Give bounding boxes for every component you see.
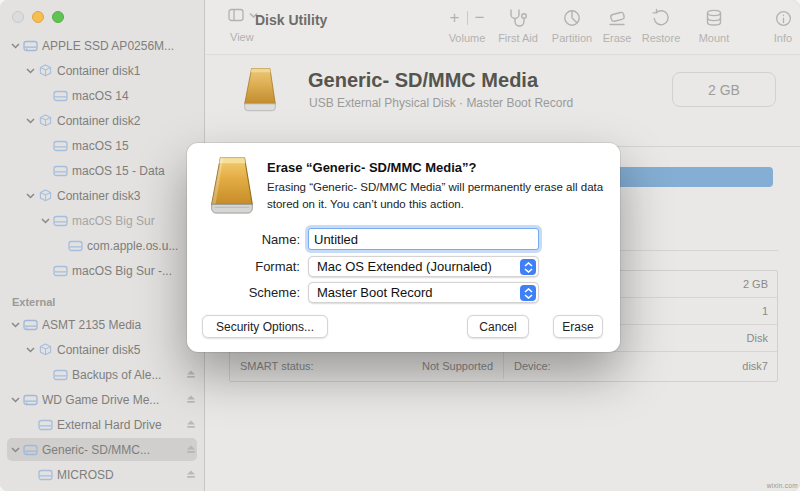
info-label: Device: bbox=[504, 352, 614, 379]
toolbar-button-info[interactable]: Info bbox=[748, 6, 800, 44]
security-options-button[interactable]: Security Options... bbox=[202, 315, 328, 338]
sidebar-item-label: Backups of Ale... bbox=[72, 368, 182, 382]
volume-icon bbox=[52, 90, 69, 102]
sidebar-item-label: MICROSD bbox=[57, 468, 182, 482]
volume-icon bbox=[37, 469, 54, 481]
sidebar-item[interactable]: Backups of Ale... bbox=[0, 362, 204, 387]
chevron-down-icon[interactable] bbox=[8, 397, 22, 403]
chevron-down-icon[interactable] bbox=[8, 322, 22, 328]
sidebar-item[interactable]: APPLE SSD AP0256M... bbox=[0, 33, 204, 58]
chevron-down-icon[interactable] bbox=[23, 347, 37, 353]
erase-dialog: Erase “Generic- SD/MMC Media”? Erasing “… bbox=[187, 143, 620, 352]
chevron-down-icon[interactable] bbox=[23, 193, 37, 199]
erase-button[interactable]: Erase bbox=[553, 315, 603, 338]
info-label: SMART status: bbox=[230, 352, 340, 379]
info-value: disk7 bbox=[614, 352, 777, 379]
view-button[interactable] bbox=[228, 8, 258, 22]
container-icon bbox=[37, 64, 54, 77]
erase-icon bbox=[606, 6, 628, 30]
sidebar-item[interactable]: macOS Big Sur -... bbox=[0, 258, 204, 283]
disk-icon bbox=[22, 444, 39, 456]
sidebar-item-label: com.apple.os.u... bbox=[87, 239, 196, 253]
chevron-down-icon[interactable] bbox=[8, 447, 22, 453]
info-value: Not Supported bbox=[340, 352, 503, 379]
disk-icon bbox=[22, 40, 39, 52]
view-label: View bbox=[230, 31, 254, 43]
add-volume-icon[interactable]: + bbox=[450, 8, 460, 28]
scheme-select[interactable]: Master Boot Record bbox=[308, 282, 539, 303]
device-header: Generic- SD/MMC Media USB External Physi… bbox=[206, 55, 800, 147]
name-input[interactable] bbox=[308, 228, 539, 250]
eject-icon[interactable] bbox=[186, 393, 196, 407]
first-aid-icon bbox=[507, 6, 529, 30]
info-row: SMART status:Not SupportedDevice:disk7 bbox=[230, 352, 777, 379]
toolbar-button-label: Mount bbox=[699, 32, 730, 44]
device-tree: APPLE SSD AP0256M...Container disk1macOS… bbox=[0, 33, 204, 487]
sidebar-item[interactable]: macOS 15 - Data bbox=[0, 158, 204, 183]
disk-icon bbox=[22, 319, 39, 331]
sidebar-item-label: ASMT 2135 Media bbox=[42, 318, 182, 332]
scheme-selected-value: Master Boot Record bbox=[317, 285, 433, 300]
zoom-window-button[interactable] bbox=[52, 11, 64, 23]
volume-icon bbox=[67, 240, 84, 252]
chevron-down-icon[interactable] bbox=[38, 218, 52, 224]
traffic-lights bbox=[12, 11, 64, 23]
window-title: Disk Utility bbox=[255, 12, 327, 28]
device-title: Generic- SD/MMC Media bbox=[308, 69, 538, 92]
dialog-title: Erase “Generic- SD/MMC Media”? bbox=[267, 160, 477, 175]
sidebar-toggle-icon bbox=[228, 8, 245, 22]
popup-stepper-icon bbox=[520, 259, 536, 275]
info-value: 1 bbox=[614, 298, 777, 324]
toolbar-button-label: Restore bbox=[642, 32, 681, 44]
chevron-down-icon[interactable] bbox=[23, 118, 37, 124]
chevron-down-icon[interactable] bbox=[23, 68, 37, 74]
disk-utility-window: APPLE SSD AP0256M...Container disk1macOS… bbox=[0, 0, 800, 491]
sidebar-item[interactable]: Container disk3 bbox=[0, 183, 204, 208]
toolbar-button-label: Info bbox=[774, 32, 792, 44]
device-subtitle: USB External Physical Disk · Master Boot… bbox=[309, 96, 573, 110]
sidebar-item[interactable]: ASMT 2135 Media bbox=[0, 312, 204, 337]
sidebar-item[interactable]: External Hard Drive bbox=[0, 412, 204, 437]
sidebar-item[interactable]: macOS Big Sur bbox=[0, 208, 204, 233]
sidebar-item[interactable]: Container disk5 bbox=[0, 337, 204, 362]
gold-drive-icon bbox=[203, 155, 261, 221]
chevron-down-icon[interactable] bbox=[8, 43, 22, 49]
sidebar-item-label: Container disk5 bbox=[57, 343, 196, 357]
container-icon bbox=[37, 114, 54, 127]
eject-icon[interactable] bbox=[186, 468, 196, 482]
sidebar-item-label: macOS 15 bbox=[72, 139, 196, 153]
sidebar-item-label: Generic- SD/MMC... bbox=[42, 443, 182, 457]
volume-icon bbox=[52, 369, 69, 381]
sidebar-item[interactable]: WD Game Drive Me... bbox=[0, 387, 204, 412]
toolbar: View Disk Utility +−VolumeFirst AidParti… bbox=[206, 0, 800, 55]
dialog-body-text: Erasing “Generic- SD/MMC Media” will per… bbox=[267, 179, 605, 212]
sidebar: APPLE SSD AP0256M...Container disk1macOS… bbox=[0, 0, 205, 491]
eject-icon[interactable] bbox=[186, 368, 196, 382]
name-label: Name: bbox=[187, 232, 308, 247]
format-select[interactable]: Mac OS Extended (Journaled) bbox=[308, 256, 539, 277]
volume-icon bbox=[37, 419, 54, 431]
close-window-button[interactable] bbox=[12, 11, 24, 23]
volume-icon bbox=[52, 265, 69, 277]
sidebar-item-label: macOS Big Sur -... bbox=[72, 264, 196, 278]
sidebar-item[interactable]: macOS 15 bbox=[0, 133, 204, 158]
toolbar-button-label: Volume bbox=[449, 32, 486, 44]
sidebar-item-label: macOS 15 - Data bbox=[72, 164, 196, 178]
toolbar-button-mount[interactable]: Mount bbox=[679, 6, 749, 44]
sidebar-item[interactable]: Container disk2 bbox=[0, 108, 204, 133]
eject-icon[interactable] bbox=[186, 443, 196, 457]
minimize-window-button[interactable] bbox=[32, 11, 44, 23]
cancel-button[interactable]: Cancel bbox=[467, 315, 529, 338]
sidebar-item[interactable]: macOS 14 bbox=[0, 83, 204, 108]
sidebar-item[interactable]: com.apple.os.u... bbox=[0, 233, 204, 258]
sidebar-item-label: External Hard Drive bbox=[57, 418, 182, 432]
sidebar-item-label: APPLE SSD AP0256M... bbox=[42, 39, 196, 53]
sidebar-item[interactable]: Generic- SD/MMC... bbox=[0, 437, 204, 462]
volume-icon bbox=[52, 140, 69, 152]
sidebar-item[interactable]: MICROSD bbox=[0, 462, 204, 487]
eject-icon[interactable] bbox=[186, 418, 196, 432]
info-value: Disk bbox=[614, 325, 777, 351]
volume-add-remove-icon: +− bbox=[450, 6, 485, 30]
sidebar-item[interactable]: Container disk1 bbox=[0, 58, 204, 83]
container-icon bbox=[37, 189, 54, 202]
